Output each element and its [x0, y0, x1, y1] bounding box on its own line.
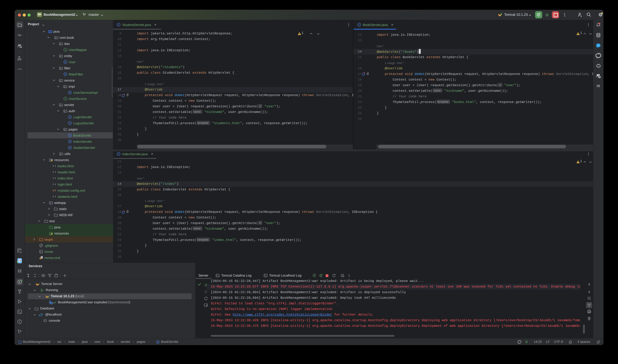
svg-text:C: C — [69, 122, 71, 124]
svg-text:C: C — [69, 140, 71, 143]
svg-text:C: C — [118, 24, 119, 26]
svg-text:I: I — [65, 49, 66, 51]
svg-text:C: C — [69, 134, 71, 137]
svg-text:C: C — [358, 24, 360, 26]
svg-text:I: I — [65, 98, 66, 100]
svg-text:C: C — [65, 61, 66, 63]
svg-text:C: C — [157, 341, 159, 343]
svg-text:C: C — [65, 73, 66, 76]
svg-text:C: C — [118, 153, 119, 155]
svg-text:C: C — [69, 146, 71, 149]
svg-text:C: C — [69, 116, 71, 118]
svg-text:C: C — [69, 91, 71, 94]
svg-text:?: ? — [21, 46, 22, 48]
